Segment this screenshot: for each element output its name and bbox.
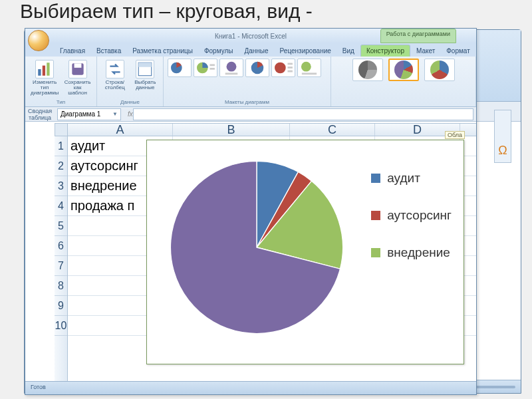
row-headers: 1 2 3 4 5 6 7 8 9 10 [55,136,68,381]
chart-tooltip-label: Обла [445,131,465,139]
column-headers: A B C D [68,123,476,136]
chart-layout-1[interactable] [168,59,192,77]
svg-rect-4 [74,63,81,68]
svg-rect-6 [139,63,152,67]
pie-icon [394,61,413,79]
chart-legend[interactable]: аудит аутсорсинг внедрение [371,171,452,283]
row-10[interactable]: 10 [55,316,67,336]
row-2[interactable]: 2 [55,156,67,176]
fx-label[interactable]: fx [128,110,133,118]
row-7[interactable]: 7 [55,256,67,276]
col-B[interactable]: B [173,124,290,136]
switch-rowcol-icon [106,60,124,78]
change-chart-type-button[interactable]: Изменить тип диаграммы [29,59,60,97]
svg-point-14 [275,63,286,74]
pie-icon [430,61,449,79]
window-title: Книга1 - Microsoft Excel [215,33,287,40]
tab-pagelayout[interactable]: Разметка страницы [127,45,198,57]
svg-rect-17 [287,70,292,72]
pie-svg [167,158,346,337]
svg-rect-16 [287,66,292,68]
tab-format[interactable]: Формат [441,45,475,57]
chart-layout-4[interactable] [245,59,269,77]
save-template-icon [68,60,87,78]
office-button[interactable] [28,30,49,51]
legend-swatch-icon [371,211,380,220]
chart-layout-2[interactable] [194,59,217,77]
ribbon-group-layouts: Макеты диаграмм [164,57,331,106]
svg-rect-12 [225,72,237,74]
chart-tools-context-label: Работа с диаграммами [380,29,456,43]
tab-data[interactable]: Данные [239,45,273,57]
save-as-template-button[interactable]: Сохранить как шаблон [63,59,92,97]
legend-item-1[interactable]: аутсорсинг [371,208,452,223]
symbol-omega[interactable]: Ω [494,110,511,163]
chart-style-1[interactable] [352,59,383,81]
row-6[interactable]: 6 [55,236,67,256]
legend-swatch-icon [371,248,380,257]
svg-rect-2 [47,63,49,76]
legend-item-2[interactable]: внедрение [371,245,452,260]
chart-style-3[interactable] [424,59,455,81]
embedded-pie-chart[interactable]: Обла аудит аутсорсинг внедрение [146,140,464,364]
col-C[interactable]: C [290,124,375,136]
svg-point-11 [226,62,236,72]
pivot-side-label: Сводная таблица [25,108,55,121]
name-box-value: Диаграмма 1 [61,110,100,118]
ribbon-group-type: Изменить тип диаграммы Сохранить как шаб… [25,57,97,106]
tab-formulas[interactable]: Формулы [199,45,239,57]
row-8[interactable]: 8 [55,276,67,296]
pie-plot-area[interactable] [167,158,346,337]
switch-row-column-button[interactable]: Строка/столбец [101,59,129,92]
tab-layout[interactable]: Макет [411,45,440,57]
row-3[interactable]: 3 [55,176,67,196]
chart-layout-6[interactable] [297,59,321,77]
row-5[interactable]: 5 [55,216,67,236]
chevron-down-icon[interactable]: ▼ [112,111,118,117]
slide-title: Выбираем тип – круговая, вид - [20,0,313,23]
formula-bar-row: Сводная таблица Диаграмма 1 ▼ fx [25,107,476,122]
legend-swatch-icon [371,174,380,183]
ribbon-tabs: Главная Вставка Разметка страницы Формул… [25,43,476,57]
ribbon-group-data: Строка/столбец Выбрать данные Данные [97,57,164,106]
row-9[interactable]: 9 [55,296,67,316]
select-all-corner[interactable] [55,123,68,136]
svg-rect-10 [209,68,214,70]
svg-rect-19 [301,72,316,74]
chart-layout-3[interactable] [219,59,243,77]
svg-rect-1 [43,66,45,76]
formula-bar[interactable] [133,108,473,120]
svg-rect-9 [209,64,214,66]
tab-review[interactable]: Рецензирование [275,45,336,57]
select-data-icon [136,60,154,78]
tab-home[interactable]: Главная [55,45,90,57]
svg-rect-15 [287,63,292,65]
legend-item-0[interactable]: аудит [371,171,452,186]
row-4[interactable]: 4 [55,196,67,216]
chart-style-2[interactable] [388,59,419,81]
title-bar: Книга1 - Microsoft Excel Работа с диагра… [25,29,476,43]
name-box[interactable]: Диаграмма 1 ▼ [57,108,121,120]
select-data-button[interactable]: Выбрать данные [132,59,160,92]
tab-insert[interactable]: Вставка [91,45,126,57]
chart-layout-5[interactable] [271,59,295,77]
status-bar: Готов [25,381,476,394]
chart-type-icon [35,60,54,78]
svg-rect-0 [38,69,41,76]
ribbon: Изменить тип диаграммы Сохранить как шаб… [25,57,476,107]
tab-view[interactable]: Вид [337,45,360,57]
row-1[interactable]: 1 [55,136,67,156]
tab-design[interactable]: Конструктор [360,45,410,57]
ribbon-group-styles [331,57,476,106]
pie-icon [358,61,377,79]
col-A[interactable]: A [68,124,173,136]
svg-point-18 [301,62,311,72]
